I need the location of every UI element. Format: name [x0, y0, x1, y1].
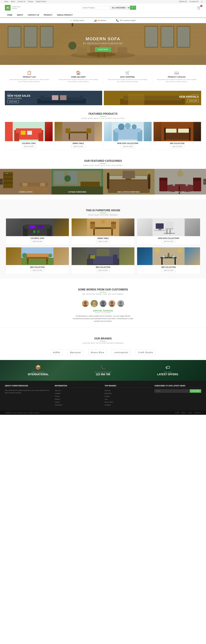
footer-brand-link-2[interactable]: Foundy [105, 396, 110, 397]
subscribe-email-input[interactable] [154, 389, 189, 393]
offers-value: LATEST OFFERS [157, 373, 178, 376]
this-btn-5[interactable]: ADD TO CART [162, 269, 176, 272]
footer-info-link-5[interactable]: Top Brands [55, 404, 62, 406]
svg-rect-64 [164, 128, 166, 140]
brand-brass-blue[interactable]: Brass Blue [88, 350, 107, 355]
topbar-contact[interactable]: Contact Us [17, 1, 25, 2]
info-block-home-delivery: 🏠 HOME DELIVERY We provide the best qual… [54, 69, 103, 84]
category-bed-office[interactable]: BED & OFFICE FURNITURES [103, 169, 154, 194]
svg-point-170 [155, 248, 160, 253]
svg-point-178 [111, 301, 113, 304]
topbar-product[interactable]: Product [28, 1, 33, 2]
footer-brand-link-4[interactable]: Burma Jahex [105, 401, 113, 403]
footer-info-link-4[interactable]: Careers [55, 401, 60, 403]
this-sofa-svg [6, 218, 69, 236]
svg-point-129 [101, 220, 105, 224]
svg-point-169 [172, 256, 175, 258]
nav-item-home[interactable]: HOME [5, 12, 15, 18]
promo-right-tag: ARRIVALS [179, 94, 199, 96]
category-chairs-sofas[interactable]: CHAIRS & SOFAS [0, 169, 52, 194]
product-btn-1[interactable]: ADD TO CART [71, 145, 85, 148]
topbar-home[interactable]: Home [4, 1, 9, 2]
svg-point-146 [27, 260, 29, 261]
avatar-2[interactable] [99, 300, 107, 307]
categories-next-button[interactable]: › [203, 179, 206, 184]
svg-point-177 [101, 304, 105, 307]
topbar-about[interactable]: About [11, 1, 15, 2]
subscribe-button[interactable]: SUBSCRIBE [189, 389, 201, 393]
footer-bottom-link-2[interactable]: BLOG [188, 412, 192, 414]
easy-shopping-text: We provide the best quality of products … [106, 78, 149, 82]
logo[interactable]: 🏠 FURNITURE HOUSE [5, 5, 20, 10]
promo-left-content: SALE NEW YEAR SALES NOW IN STORES SHOP N… [7, 93, 30, 103]
cart-link[interactable]: 🛒 [201, 1, 203, 2]
footer-info-link-1[interactable]: Contacts [55, 392, 60, 394]
category-dining-table[interactable]: DINING TABLE [154, 169, 206, 194]
svg-point-181 [119, 304, 123, 307]
svg-rect-44 [27, 131, 32, 135]
wishlist-link[interactable]: Wishlist (0) [179, 1, 187, 2]
info-block-product-catalog: 📖 PRODUCT CATALOG We provide the best qu… [152, 69, 201, 84]
compare-link[interactable]: Compare (0) [189, 1, 198, 2]
avatar-1[interactable] [91, 300, 98, 307]
nav-item-single[interactable]: SINGLE PRODUCT [55, 12, 75, 18]
featured-products-grid: COLORFUL SOFA ADD TO CART DINING TABLE [0, 122, 206, 155]
this-img-3 [6, 248, 69, 265]
svg-rect-142 [21, 258, 53, 265]
product-btn-0[interactable]: ADD TO CART [22, 145, 36, 148]
svg-rect-157 [90, 255, 95, 259]
avatar-3[interactable] [108, 300, 116, 307]
avatar-0[interactable] [82, 300, 89, 307]
footer-bottom-link-1[interactable]: ABOUT [181, 412, 186, 414]
svg-rect-128 [111, 222, 116, 224]
nav-item-about[interactable]: ABOUT [15, 12, 25, 18]
footer-info-link-0[interactable]: About Us [55, 390, 61, 391]
topbar-single[interactable]: Single Product [36, 1, 46, 2]
footer-info-link-2[interactable]: Privacy [55, 396, 60, 397]
product-btn-2[interactable]: ADD TO CART [121, 145, 135, 148]
footer-info-link-3[interactable]: Sitemap [55, 398, 60, 400]
footer-bottom-link-3[interactable]: CONTACT [194, 412, 201, 414]
search-input[interactable] [81, 6, 110, 10]
this-btn-3[interactable]: ADD TO CART [30, 269, 44, 272]
featured-divider [100, 116, 106, 116]
product-btn-3[interactable]: ADD TO CART [170, 145, 184, 148]
avatar-4[interactable] [117, 300, 124, 307]
this-bed2-svg [6, 248, 69, 265]
this-btn-1[interactable]: ADD TO CART [96, 240, 110, 243]
cart-icon-wrap[interactable]: 🛒 0 [197, 6, 201, 10]
footer-brand-link-3[interactable]: Aura [105, 398, 108, 400]
avatar-img-1 [91, 300, 97, 307]
brand-craft-studio[interactable]: Craft Studio [136, 350, 156, 355]
svg-rect-118 [33, 230, 35, 233]
this-name-3: BED COLLECTION [6, 266, 69, 268]
category-outside-furnitures[interactable]: OUTSIDE FURNITURES [52, 169, 103, 194]
promo-right-button[interactable]: SHOP NOW [187, 99, 199, 102]
brand-aura[interactable]: AURA [50, 350, 63, 355]
svg-rect-131 [165, 222, 173, 228]
this-btn-0[interactable]: ADD TO CART [30, 240, 44, 243]
footer-brand-link-1[interactable]: Brass Blue [105, 392, 112, 394]
this-btn-4[interactable]: ADD TO CART [96, 269, 110, 272]
promo-banner-left: SALE NEW YEAR SALES NOW IN STORES SHOP N… [5, 91, 102, 105]
top-bar-links[interactable]: Home About Contact Us Product Single Pro… [3, 1, 47, 2]
svg-rect-117 [37, 225, 43, 228]
avatar-img-2 [100, 300, 106, 307]
search-button[interactable]: 🔍 [130, 6, 136, 10]
nav-item-product[interactable]: PRODUCT [41, 12, 55, 18]
footer-bottom-link-0[interactable]: HOME [175, 412, 179, 414]
brand-centrepoint[interactable]: centrepoint [112, 350, 131, 355]
category-select[interactable]: ALL CATEGORIES [110, 6, 130, 10]
footer-brand-link-5[interactable]: Zoopland [105, 404, 111, 406]
feature-returns: ↩ 30-days returns [70, 19, 84, 22]
hero-cta-button[interactable]: SHOP NOW [95, 47, 111, 52]
nav-item-contact[interactable]: CONTACT US [25, 12, 41, 18]
promo-left-button[interactable]: SHOP NOW [7, 100, 19, 103]
product-catalog-icon: 📖 [155, 70, 198, 75]
promo-right-title: NEW ARRIVALS [179, 96, 199, 98]
hero-content: MODERN SOFA BY DEFATCH FURNITUREHOUSE SH… [83, 36, 123, 52]
footer-brand-link-0[interactable]: Baccarat [105, 390, 111, 391]
categories-prev-button[interactable]: ‹ [0, 179, 3, 184]
this-btn-2[interactable]: ADD TO CART [162, 240, 176, 243]
brand-baccarat[interactable]: Baccarat [67, 350, 83, 355]
